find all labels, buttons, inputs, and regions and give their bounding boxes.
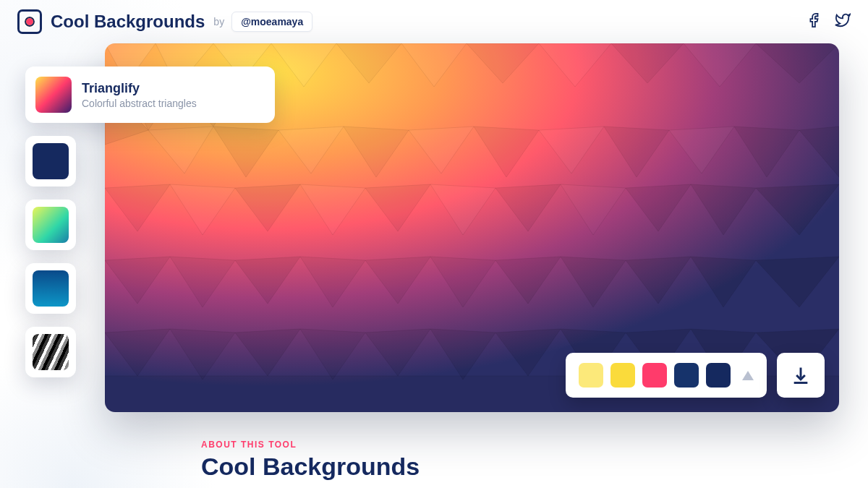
download-icon: [791, 365, 811, 385]
app-logo[interactable]: [17, 9, 42, 34]
expand-palette-icon[interactable]: [742, 371, 754, 380]
effect-card-gradient[interactable]: [25, 263, 76, 314]
effect-title: Trianglify: [82, 81, 197, 96]
effect-sidebar: Trianglify Colorful abstract triangles: [25, 67, 275, 377]
palette-chip-5[interactable]: [706, 363, 731, 388]
effect-card-particles[interactable]: [25, 136, 76, 187]
author-link[interactable]: @moeamaya: [231, 12, 312, 32]
effect-swatch-trianglify: [35, 77, 72, 113]
header: Cool Backgrounds by @moeamaya: [0, 0, 868, 36]
effect-card-trianglify[interactable]: Trianglify Colorful abstract triangles: [25, 67, 275, 123]
canvas-controls: [566, 353, 825, 398]
effect-card-unsplash[interactable]: [25, 327, 76, 377]
about-eyebrow: ABOUT THIS TOOL: [201, 440, 868, 450]
social-links: [806, 12, 851, 31]
download-button[interactable]: [777, 353, 825, 398]
effect-swatch: [33, 334, 69, 370]
effect-subtitle: Colorful abstract triangles: [82, 98, 197, 109]
about-heading: Cool Backgrounds: [201, 453, 868, 481]
effect-swatch: [33, 207, 69, 243]
twitter-icon[interactable]: [835, 12, 851, 31]
about-section: ABOUT THIS TOOL Cool Backgrounds: [201, 440, 868, 481]
by-label: by: [213, 16, 224, 27]
effect-swatch: [33, 143, 69, 179]
color-palette[interactable]: [566, 353, 767, 398]
brand-title: Cool Backgrounds: [51, 12, 205, 32]
effect-card-gradient-topography[interactable]: [25, 200, 76, 250]
app-logo-inner: [23, 15, 36, 28]
palette-chip-4[interactable]: [674, 363, 699, 388]
facebook-icon[interactable]: [806, 12, 822, 31]
effect-info: Trianglify Colorful abstract triangles: [82, 81, 197, 109]
palette-chip-1[interactable]: [579, 363, 603, 388]
palette-chip-2[interactable]: [610, 363, 635, 388]
effect-swatch: [33, 270, 69, 307]
palette-chip-3[interactable]: [642, 363, 667, 388]
